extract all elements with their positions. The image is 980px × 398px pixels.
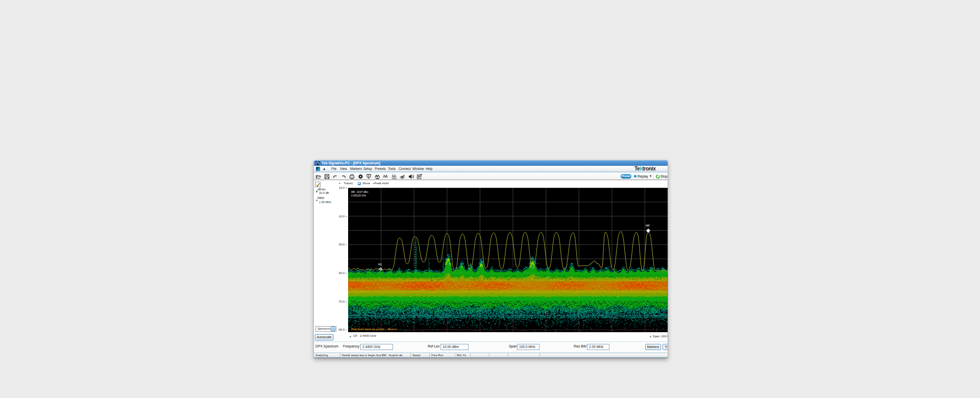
svg-text:2.481125 GHz: 2.481125 GHz xyxy=(351,194,366,197)
svg-text:MR: MR xyxy=(646,224,650,227)
svg-text:P: P xyxy=(418,175,421,178)
svg-text:M1: M1 xyxy=(378,263,382,266)
svg-text:MR: -19.97 dBm: MR: -19.97 dBm xyxy=(351,191,369,193)
svg-text:Data from warm-up period ... M: Data from warm-up period ... More>> xyxy=(351,328,397,331)
